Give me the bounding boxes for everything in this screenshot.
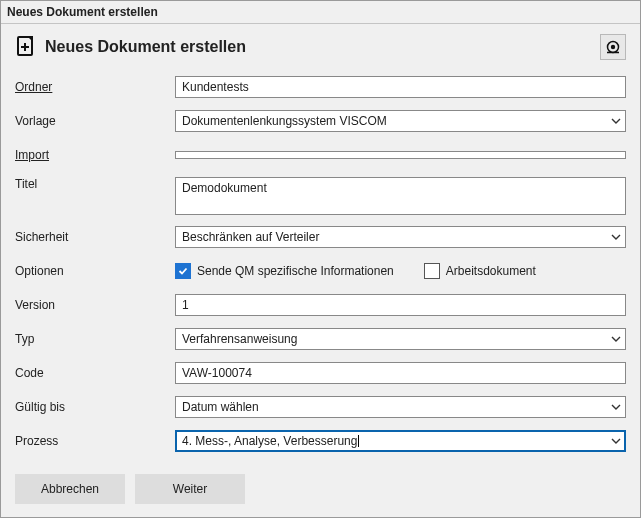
vorlage-select[interactable]: Dokumentenlenkungssystem VISCOM (175, 110, 626, 132)
label-prozess: Prozess (15, 434, 175, 448)
gueltig-bis-select[interactable]: Datum wählen (175, 396, 626, 418)
chevron-down-icon (611, 402, 621, 412)
label-ordner[interactable]: Ordner (15, 80, 175, 94)
target-icon (605, 39, 621, 55)
send-qm-label: Sende QM spezifische Informationen (197, 264, 394, 278)
typ-select[interactable]: Verfahrensanweisung (175, 328, 626, 350)
arbeitsdokument-checkbox[interactable]: Arbeitsdokument (424, 263, 536, 279)
form: Ordner Kundentests Vorlage Dokumentenlen… (1, 66, 640, 517)
help-button[interactable] (600, 34, 626, 60)
next-button[interactable]: Weiter (135, 474, 245, 504)
dialog-buttons: Abbrechen Weiter (15, 458, 626, 504)
ordner-field[interactable]: Kundentests (175, 76, 626, 98)
import-field[interactable] (175, 151, 626, 159)
arbeitsdokument-label: Arbeitsdokument (446, 264, 536, 278)
label-titel: Titel (15, 177, 175, 215)
svg-point-4 (611, 45, 615, 49)
label-code: Code (15, 366, 175, 380)
label-typ: Typ (15, 332, 175, 346)
sicherheit-select[interactable]: Beschränken auf Verteiler (175, 226, 626, 248)
sicherheit-value: Beschränken auf Verteiler (182, 230, 319, 244)
window-titlebar: Neues Dokument erstellen (1, 1, 640, 24)
chevron-down-icon (611, 116, 621, 126)
chevron-down-icon (611, 334, 621, 344)
dialog-title: Neues Dokument erstellen (45, 38, 246, 56)
checkbox-unchecked-icon (424, 263, 440, 279)
checkbox-checked-icon (175, 263, 191, 279)
dialog-header: Neues Dokument erstellen (1, 24, 640, 66)
dialog-window: Neues Dokument erstellen Neues Dokument … (0, 0, 641, 518)
titel-field[interactable]: Demodokument (175, 177, 626, 215)
text-cursor (358, 435, 359, 447)
chevron-down-icon (611, 436, 621, 446)
label-gueltig-bis: Gültig bis (15, 400, 175, 414)
cancel-button[interactable]: Abbrechen (15, 474, 125, 504)
send-qm-checkbox[interactable]: Sende QM spezifische Informationen (175, 263, 394, 279)
chevron-down-icon (611, 232, 621, 242)
typ-value: Verfahrensanweisung (182, 332, 297, 346)
new-document-icon (15, 35, 39, 59)
gueltig-bis-value: Datum wählen (182, 400, 259, 414)
label-optionen: Optionen (15, 264, 175, 278)
label-import[interactable]: Import (15, 148, 175, 162)
label-version: Version (15, 298, 175, 312)
window-title: Neues Dokument erstellen (7, 5, 158, 19)
prozess-select[interactable]: 4. Mess-, Analyse, Verbesserung (175, 430, 626, 452)
version-field[interactable]: 1 (175, 294, 626, 316)
prozess-value: 4. Mess-, Analyse, Verbesserung (182, 434, 357, 448)
vorlage-value: Dokumentenlenkungssystem VISCOM (182, 114, 387, 128)
code-field[interactable]: VAW-100074 (175, 362, 626, 384)
label-sicherheit: Sicherheit (15, 230, 175, 244)
label-vorlage: Vorlage (15, 114, 175, 128)
